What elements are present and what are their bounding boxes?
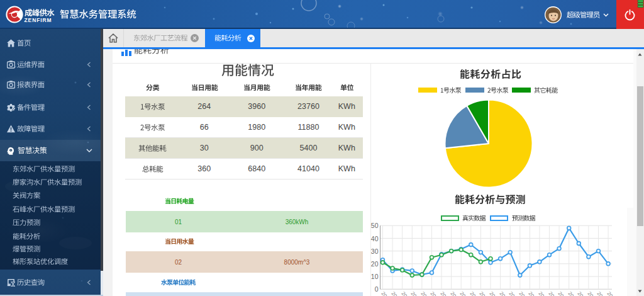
svg-text:2021-07: 2021-07 <box>606 291 622 296</box>
